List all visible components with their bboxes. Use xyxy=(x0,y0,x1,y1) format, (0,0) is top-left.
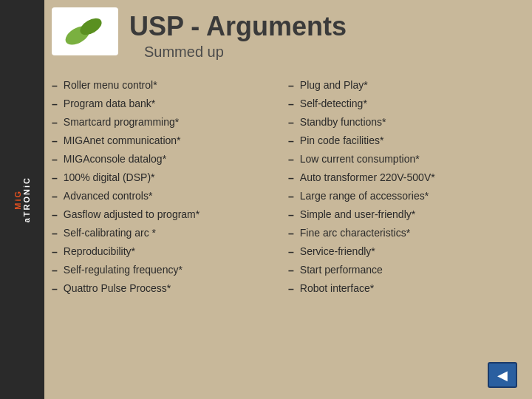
list-item: –Standby functions* xyxy=(288,115,517,131)
bullet-text: Self-regulating frequency* xyxy=(64,262,281,278)
bullet-text: MIGAnet communication* xyxy=(64,133,281,149)
bullet-dash: – xyxy=(52,134,58,149)
bullet-dash: – xyxy=(52,208,58,223)
bullet-text: Gasflow adjusted to program* xyxy=(64,207,281,222)
bullet-dash: – xyxy=(52,171,58,186)
bullet-text: Auto transformer 220V-500V* xyxy=(300,170,517,185)
bullet-text: Reproducibility* xyxy=(64,244,281,259)
bullet-dash: – xyxy=(288,245,294,260)
title-area: USP - Arguments Summed up xyxy=(129,11,517,61)
bullet-dash: – xyxy=(288,189,294,205)
bullet-dash: – xyxy=(52,226,58,242)
bullet-dash: – xyxy=(288,115,294,131)
content-area: –Roller menu control*–Program data bank*… xyxy=(52,78,517,362)
bullet-dash: – xyxy=(288,282,294,297)
list-item: –MIGAconsole datalog* xyxy=(52,151,281,168)
right-column: –Plug and Play*–Self-detecting*–Standby … xyxy=(288,78,517,362)
list-item: –Self-detecting* xyxy=(288,96,517,112)
bullet-dash: – xyxy=(52,282,58,297)
bullet-dash: – xyxy=(52,78,58,94)
bullet-dash: – xyxy=(288,208,294,223)
bullet-dash: – xyxy=(52,263,58,279)
list-item: –Reproducibility* xyxy=(52,244,281,260)
bullet-text: Low current consumption* xyxy=(300,151,517,167)
bullet-text: Smartcard programming* xyxy=(64,115,281,130)
logo-area xyxy=(52,7,118,55)
bullet-text: Robot interface* xyxy=(300,281,517,296)
bullet-dash: – xyxy=(288,134,294,149)
brand-logo: MiG aTRONiC xyxy=(13,177,31,222)
list-item: –Start performance xyxy=(288,262,517,279)
left-column: –Roller menu control*–Program data bank*… xyxy=(52,78,281,362)
bullet-dash: – xyxy=(52,97,58,112)
bullet-dash: – xyxy=(288,226,294,242)
bullet-dash: – xyxy=(52,245,58,260)
bullet-dash: – xyxy=(288,97,294,112)
list-item: –Program data bank* xyxy=(52,96,281,112)
bullet-dash: – xyxy=(52,152,58,168)
list-item: –100% digital (DSP)* xyxy=(52,170,281,186)
bullet-text: MIGAconsole datalog* xyxy=(64,151,281,167)
list-item: –Self-calibrating arc * xyxy=(52,225,281,242)
bullet-text: Standby functions* xyxy=(300,115,517,130)
list-item: –Service-friendly* xyxy=(288,244,517,260)
bullet-dash: – xyxy=(288,171,294,186)
bullet-text: Advanced controls* xyxy=(64,188,281,204)
list-item: –Low current consumption* xyxy=(288,151,517,168)
logo-icon xyxy=(63,13,107,50)
list-item: –Large range of accessories* xyxy=(288,188,517,205)
list-item: –Self-regulating frequency* xyxy=(52,262,281,279)
list-item: –Advanced controls* xyxy=(52,188,281,205)
bullet-text: Service-friendly* xyxy=(300,244,517,259)
bullet-text: Simple and user-friendly* xyxy=(300,207,517,222)
nav-back-button[interactable]: ◀ xyxy=(488,362,517,388)
list-item: –Roller menu control* xyxy=(52,78,281,94)
bullet-dash: – xyxy=(288,78,294,94)
list-item: –Simple and user-friendly* xyxy=(288,207,517,223)
bullet-text: Large range of accessories* xyxy=(300,188,517,204)
nav-back-icon: ◀ xyxy=(497,367,508,383)
list-item: –Gasflow adjusted to program* xyxy=(52,207,281,223)
subtitle: Summed up xyxy=(144,44,517,61)
bullet-dash: – xyxy=(288,263,294,279)
list-item: –Robot interface* xyxy=(288,281,517,297)
list-item: –Pin code facilities* xyxy=(288,133,517,149)
bullet-text: Program data bank* xyxy=(64,96,281,112)
bullet-text: Start performance xyxy=(300,262,517,278)
main-title: USP - Arguments xyxy=(129,11,517,42)
list-item: –MIGAnet communication* xyxy=(52,133,281,149)
list-item: –Fine arc characteristics* xyxy=(288,225,517,242)
bullet-text: Self-detecting* xyxy=(300,96,517,112)
bullet-text: Quattro Pulse Process* xyxy=(64,281,281,296)
bullet-text: Self-calibrating arc * xyxy=(64,225,281,241)
list-item: –Auto transformer 220V-500V* xyxy=(288,170,517,186)
bullet-text: Fine arc characteristics* xyxy=(300,225,517,241)
bullet-dash: – xyxy=(52,189,58,205)
bullet-text: Pin code facilities* xyxy=(300,133,517,149)
sidebar: MiG aTRONiC xyxy=(0,0,44,399)
bullet-text: 100% digital (DSP)* xyxy=(64,170,281,185)
bullet-text: Plug and Play* xyxy=(300,78,517,93)
slide-container: MiG aTRONiC USP - Arguments Summed up –R… xyxy=(0,0,532,399)
bullet-dash: – xyxy=(52,115,58,131)
bullet-text: Roller menu control* xyxy=(64,78,281,93)
bullet-dash: – xyxy=(288,152,294,168)
list-item: –Plug and Play* xyxy=(288,78,517,94)
list-item: –Smartcard programming* xyxy=(52,115,281,131)
list-item: –Quattro Pulse Process* xyxy=(52,281,281,297)
